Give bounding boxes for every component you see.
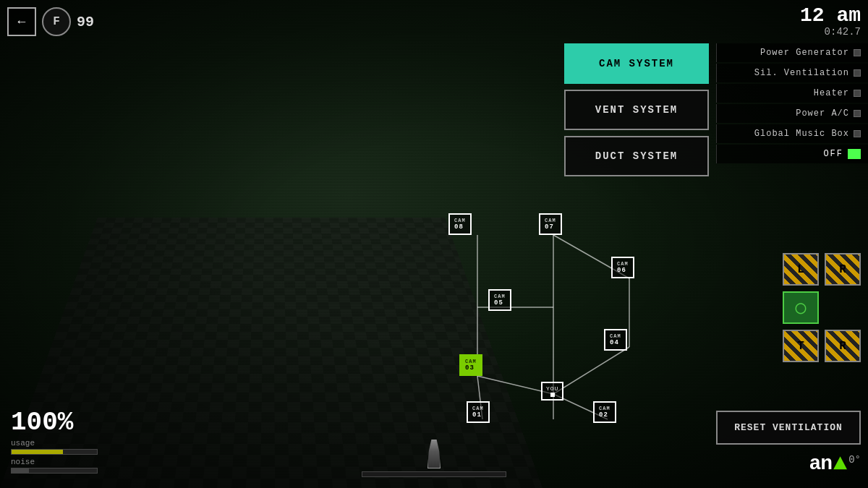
clock-sub: 0:42.7 [800, 26, 861, 38]
heater-indicator [854, 90, 861, 97]
top-left-hud: ← F 99 [7, 7, 94, 36]
cam-node-06[interactable]: CAM 06 [611, 257, 634, 278]
back-button[interactable]: ← [7, 7, 36, 36]
svg-line-11 [553, 347, 629, 394]
power-percentage: 100% [11, 410, 98, 436]
cam-map: CAM 08 CAM 07 CAM 06 CAM 05 CAM 04 CAM 0… [405, 202, 716, 441]
flashlight-icon [427, 440, 441, 468]
reset-ventilation-button[interactable]: RESET VENTILATION [716, 411, 861, 445]
side-badge-L[interactable]: L [783, 253, 819, 286]
right-sidebar: Power Generator Sil. Ventilation Heater … [716, 43, 868, 163]
side-badge-R2[interactable]: R [825, 330, 861, 362]
empty-slot [825, 291, 861, 324]
bottom-center-hud [362, 440, 506, 477]
faz-tokens: 99 [77, 14, 94, 30]
off-label: OFF [823, 149, 843, 159]
side-badge-R[interactable]: R [825, 253, 861, 286]
cam-node-04[interactable]: CAM 04 [604, 329, 627, 351]
sidebar-sil-ventilation[interactable]: Sil. Ventilation [716, 64, 868, 82]
cam-node-03[interactable]: CAM 03 [459, 354, 482, 376]
cam-system-button[interactable]: CAM SYSTEM [564, 43, 709, 84]
noise-label: noise [11, 458, 98, 466]
duct-system-button[interactable]: DUCT SYSTEM [564, 136, 709, 176]
logo-degree: 0° [848, 454, 861, 466]
sil-ventilation-label: Sil. Ventilation [754, 68, 849, 78]
cam-node-05[interactable]: CAM 05 [488, 289, 511, 311]
cam-node-02[interactable]: CAM 02 [593, 401, 616, 423]
logo: an ▲ 0° [809, 450, 861, 477]
global-music-box-label: Global Music Box [754, 129, 849, 139]
vent-system-button[interactable]: VENT SYSTEM [564, 90, 709, 130]
power-generator-indicator [854, 49, 861, 56]
bottom-left-hud: 100% usage noise [11, 410, 98, 474]
token-count: 99 [77, 14, 94, 30]
usage-bar [11, 449, 98, 455]
sidebar-off-toggle[interactable]: OFF [716, 145, 868, 163]
power-ac-label: Power A/C [796, 108, 849, 119]
you-marker: YOU [541, 382, 563, 401]
clock: 12 am 0:42.7 [800, 6, 861, 38]
avatar: F [42, 7, 71, 36]
logo-a-accent: ▲ [833, 450, 847, 477]
sidebar-power-ac[interactable]: Power A/C [716, 104, 868, 123]
sidebar-power-generator[interactable]: Power Generator [716, 43, 868, 62]
sidebar-global-music-box[interactable]: Global Music Box [716, 124, 868, 143]
power-ac-indicator [854, 110, 861, 117]
fan-icon: ◯ [796, 297, 806, 318]
clock-time: 12 am [800, 6, 861, 26]
global-music-box-indicator [854, 130, 861, 137]
sil-ventilation-indicator [854, 69, 861, 77]
side-icons-panel: L R ◯ T R [783, 253, 861, 362]
power-generator-label: Power Generator [760, 48, 849, 58]
usage-label: usage [11, 439, 98, 448]
noise-bar [11, 468, 98, 474]
fan-button[interactable]: ◯ [783, 291, 819, 324]
heater-label: Heater [814, 88, 849, 98]
noise-bar-fill [12, 468, 29, 473]
system-panel: CAM SYSTEM VENT SYSTEM DUCT SYSTEM [564, 43, 709, 176]
logo-text-an: an [809, 453, 832, 475]
off-indicator [848, 149, 861, 159]
cam-connection-lines [405, 202, 716, 441]
sidebar-heater[interactable]: Heater [716, 84, 868, 103]
side-badge-T[interactable]: T [783, 330, 819, 362]
avatar-letter: F [53, 15, 60, 28]
cam-node-07[interactable]: CAM 07 [539, 213, 562, 235]
cam-node-08[interactable]: CAM 08 [448, 213, 472, 235]
usage-bar-fill [12, 450, 63, 454]
cam-node-01[interactable]: CAM 01 [467, 401, 490, 423]
flashlight-bar [362, 471, 506, 477]
